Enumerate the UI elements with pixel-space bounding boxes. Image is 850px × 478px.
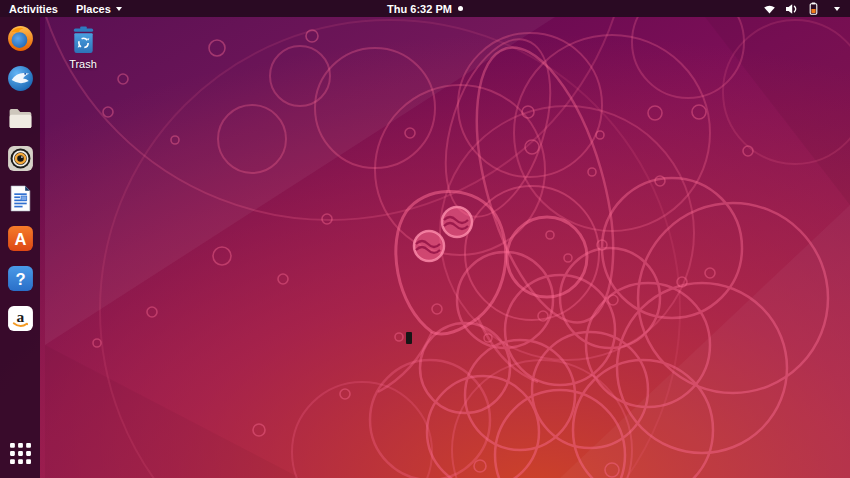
trash-label: Trash xyxy=(69,58,97,70)
thunderbird-icon xyxy=(6,64,35,93)
dock-item-firefox[interactable] xyxy=(3,21,37,55)
libreoffice-writer-icon xyxy=(6,184,35,213)
clock-label: Thu 6:32 PM xyxy=(387,3,452,15)
ubuntu-desktop: Activities Places Thu 6:32 PM xyxy=(0,0,850,478)
ubuntu-software-icon: A xyxy=(6,224,35,253)
firefox-icon xyxy=(6,24,35,53)
clock-menu[interactable]: Thu 6:32 PM xyxy=(379,0,471,17)
dock-item-ubuntu-software[interactable]: A xyxy=(3,221,37,255)
activities-button[interactable]: Activities xyxy=(0,0,67,17)
dropdown-caret-icon xyxy=(834,7,840,11)
system-status-menu[interactable] xyxy=(753,0,850,17)
files-folder-icon xyxy=(6,104,35,133)
dock-item-thunderbird[interactable] xyxy=(3,61,37,95)
dock-item-rhythmbox[interactable] xyxy=(3,141,37,175)
places-caret-icon xyxy=(116,7,122,11)
top-bar: Activities Places Thu 6:32 PM xyxy=(0,0,850,17)
app-grid-icon xyxy=(9,442,32,465)
cursor-artifact xyxy=(406,332,412,344)
wifi-icon xyxy=(763,3,776,15)
trash-desktop-icon[interactable]: Trash xyxy=(59,25,107,70)
battery-icon xyxy=(807,2,820,15)
places-menu[interactable]: Places xyxy=(67,0,131,17)
dock-item-files[interactable] xyxy=(3,101,37,135)
volume-icon xyxy=(785,3,798,15)
help-question-mark: ? xyxy=(15,269,25,288)
dock-item-help[interactable]: ? xyxy=(3,261,37,295)
dock-item-libreoffice-writer[interactable] xyxy=(3,181,37,215)
dock-item-amazon[interactable]: a xyxy=(3,301,37,335)
amazon-icon: a xyxy=(6,304,35,333)
help-icon: ? xyxy=(6,264,35,293)
software-letter: A xyxy=(14,229,26,248)
amazon-letter: a xyxy=(16,308,24,325)
show-applications-button[interactable] xyxy=(3,436,37,470)
wallpaper xyxy=(0,0,850,478)
activities-label: Activities xyxy=(9,3,58,15)
trash-can-icon xyxy=(69,25,98,56)
places-label: Places xyxy=(76,3,111,15)
rhythmbox-icon xyxy=(6,144,35,173)
notification-dot xyxy=(458,6,463,11)
dock: A ? a xyxy=(0,17,40,478)
